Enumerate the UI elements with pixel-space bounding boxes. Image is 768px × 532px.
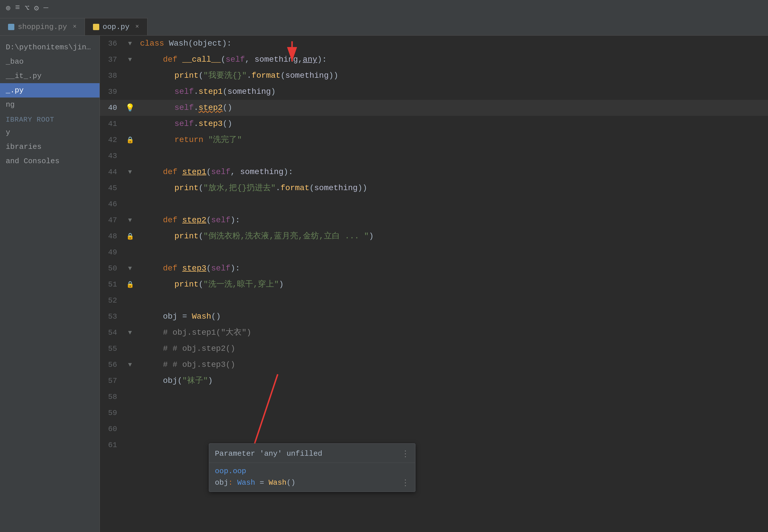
table-row: 40 💡 self.step2(): [100, 100, 768, 116]
popup-dots-btn-2[interactable]: ⋮: [402, 478, 410, 488]
fold-icon-56[interactable]: ▼: [128, 361, 132, 369]
code-56: # # obj.step3(): [137, 357, 768, 373]
line-num-42: 42: [100, 136, 123, 144]
gutter-36: ▼: [123, 40, 137, 47]
table-row: 58: [100, 389, 768, 405]
line-num-45: 45: [100, 184, 123, 192]
title-bar: ⊕ ≡ ⌥ ⚙ —: [0, 0, 768, 16]
table-row: 55 # # obj.step2(): [100, 341, 768, 357]
line-num-50: 50: [100, 264, 123, 273]
minimize-icon[interactable]: —: [43, 3, 48, 13]
list-icon[interactable]: ≡: [15, 3, 20, 13]
popup-code-line: obj: Wash = Wash(): [215, 478, 295, 487]
line-num-40: 40: [100, 104, 123, 112]
tab-shopping-close[interactable]: ×: [73, 23, 77, 30]
main-layout: D:\pythonitems\jinghac _bao __it_.py _.p…: [0, 36, 768, 532]
sidebar-item-init[interactable]: __it_.py: [0, 69, 100, 83]
lock-icon-51: 🔒: [126, 281, 134, 289]
editor-area: 36 ▼ class Wash(object): 37 ▼ def __call…: [100, 36, 768, 532]
line-num-60: 60: [100, 425, 123, 433]
table-row: 47 ▼ def step2(self):: [100, 212, 768, 228]
gutter-44: ▼: [123, 169, 137, 176]
code-38: print("我要洗{}".format(something)): [137, 68, 768, 84]
line-num-55: 55: [100, 344, 123, 353]
popup-row-1: oop.oop: [215, 467, 410, 478]
lock-icon-42: 🔒: [126, 136, 134, 144]
popup-header: Parameter 'any' unfilled ⋮: [209, 444, 415, 463]
table-row: 48 🔒 print("倒洗衣粉,洗衣液,蓝月亮,金纺,立白 ... "): [100, 228, 768, 244]
gutter-56: ▼: [123, 361, 137, 369]
sidebar-item-libraries[interactable]: ibraries: [0, 140, 100, 154]
line-num-51: 51: [100, 280, 123, 289]
line-num-44: 44: [100, 168, 123, 176]
table-row: 50 ▼ def step3(self):: [100, 260, 768, 276]
gutter-50: ▼: [123, 265, 137, 272]
code-47: def step2(self):: [137, 212, 768, 228]
code-50: def step3(self):: [137, 260, 768, 276]
shopping-file-icon: [8, 24, 14, 30]
line-num-52: 52: [100, 296, 123, 305]
line-num-58: 58: [100, 393, 123, 401]
table-row: 44 ▼ def step1(self, something):: [100, 164, 768, 180]
code-45: print("放水,把{}扔进去".format(something)): [137, 180, 768, 196]
gutter-40: 💡: [123, 103, 137, 112]
code-39: self.step1(something): [137, 84, 768, 100]
fold-icon-54[interactable]: ▼: [128, 329, 132, 336]
line-num-57: 57: [100, 377, 123, 385]
split-icon[interactable]: ⌥: [25, 3, 30, 13]
line-num-37: 37: [100, 55, 123, 64]
code-44: def step1(self, something):: [137, 164, 768, 180]
table-row: 54 ▼ # obj.step1("大衣"): [100, 325, 768, 341]
fold-icon-36[interactable]: ▼: [128, 40, 132, 47]
add-icon[interactable]: ⊕: [6, 3, 11, 13]
code-41: self.step3(): [137, 116, 768, 132]
line-num-47: 47: [100, 216, 123, 225]
gutter-54: ▼: [123, 329, 137, 336]
popup-header-text: Parameter 'any' unfilled: [215, 449, 322, 458]
tab-shopping-label: shopping.py: [18, 23, 67, 31]
table-row: 52: [100, 293, 768, 309]
table-row: 51 🔒 print("洗一洗,晾干,穿上"): [100, 276, 768, 293]
oop-file-icon: [93, 24, 99, 30]
table-row: 37 ▼ def __call__(self, something,any):: [100, 52, 768, 68]
line-num-53: 53: [100, 312, 123, 321]
table-row: 45 print("放水,把{}扔进去".format(something)): [100, 180, 768, 196]
line-num-36: 36: [100, 39, 123, 48]
sidebar-item-py[interactable]: _.py: [0, 83, 100, 98]
sidebar-path2: _bao: [0, 54, 100, 69]
code-37: def __call__(self, something,any):: [137, 52, 768, 68]
fold-icon-47[interactable]: ▼: [128, 217, 132, 224]
title-bar-icons: ⊕ ≡ ⌥ ⚙ —: [6, 3, 48, 13]
fold-icon-50[interactable]: ▼: [128, 265, 132, 272]
settings-icon[interactable]: ⚙: [34, 3, 39, 13]
fold-icon-37[interactable]: ▼: [128, 56, 132, 63]
sidebar-path: D:\pythonitems\jinghac: [0, 40, 100, 54]
table-row: 43: [100, 148, 768, 164]
popup-container: Parameter 'any' unfilled ⋮ oop.oop obj: …: [209, 443, 416, 492]
popup-link[interactable]: oop.oop: [215, 467, 246, 476]
code-content: 36 ▼ class Wash(object): 37 ▼ def __call…: [100, 36, 768, 509]
line-num-54: 54: [100, 328, 123, 337]
gutter-37: ▼: [123, 56, 137, 63]
gutter-47: ▼: [123, 217, 137, 224]
sidebar-item-ng[interactable]: ng: [0, 98, 100, 112]
gutter-51: 🔒: [123, 281, 137, 289]
table-row: 57 obj("袜子"): [100, 373, 768, 389]
code-40: self.step2(): [137, 100, 768, 116]
table-row: 56 ▼ # # obj.step3(): [100, 357, 768, 373]
code-editor[interactable]: 36 ▼ class Wash(object): 37 ▼ def __call…: [100, 36, 768, 532]
sidebar-item-y[interactable]: y: [0, 125, 100, 140]
table-row: 60: [100, 421, 768, 437]
app-container: ⊕ ≡ ⌥ ⚙ — shopping.py × oop.py × D:\pyth…: [0, 0, 768, 532]
tab-shopping[interactable]: shopping.py ×: [0, 18, 85, 35]
tab-oop-close[interactable]: ×: [135, 23, 139, 30]
fold-icon-44[interactable]: ▼: [128, 169, 132, 176]
bulb-icon-40[interactable]: 💡: [125, 103, 134, 112]
table-row: 41 self.step3(): [100, 116, 768, 132]
tab-oop[interactable]: oop.py ×: [85, 18, 147, 35]
sidebar-item-consoles[interactable]: and Consoles: [0, 154, 100, 168]
table-row: 53 obj = Wash(): [100, 309, 768, 325]
popup-dots-btn[interactable]: ⋮: [402, 449, 410, 459]
table-row: 38 print("我要洗{}".format(something)): [100, 68, 768, 84]
code-42: return "洗完了": [137, 132, 768, 148]
